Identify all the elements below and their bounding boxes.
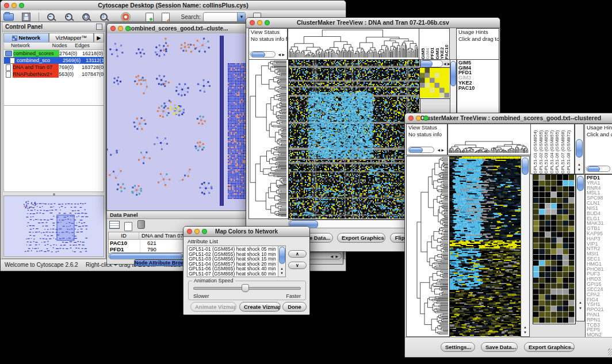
- search-input[interactable]: [203, 12, 246, 22]
- gene-label: PUF3: [587, 271, 612, 277]
- resize-grip[interactable]: [608, 348, 612, 356]
- attribute-list-item[interactable]: GPL51-06 (GSM865) heat shock 40 min: [189, 266, 284, 271]
- attribute-list-vscrollbar[interactable]: ▲▼: [278, 246, 285, 277]
- zoom-button[interactable]: [423, 116, 429, 121]
- tv1-status-hscrollbar[interactable]: [250, 51, 276, 58]
- create-attribute-icon[interactable]: [124, 222, 132, 231]
- control-panel-tabs: Network VizMapper™ ▶: [2, 32, 105, 43]
- network-table-row[interactable]: DNA and Tran 07 769(0) 183728(0): [4, 64, 104, 71]
- tv2-save-data-button[interactable]: Save Data...: [481, 342, 518, 352]
- network-table-row[interactable]: combined_sco 2569(6) 13112(15): [4, 57, 104, 64]
- attribute-list-item[interactable]: GPL51-07 (GSM868) heat shock 60 min: [189, 271, 284, 277]
- zoom-in-icon[interactable]: +: [64, 13, 74, 22]
- move-attribute-down-button[interactable]: ∨: [288, 262, 307, 269]
- tv2-row-dendrogram[interactable]: [406, 156, 450, 337]
- minimize-button[interactable]: [416, 116, 421, 121]
- done-button[interactable]: Done: [282, 302, 307, 312]
- network-graph-canvas[interactable]: [107, 33, 248, 209]
- treeview1-title-bar[interactable]: ClusterMaker TreeView : DNA and Tran 07-…: [246, 18, 500, 28]
- tab-vizmapper[interactable]: VizMapper™: [49, 33, 94, 43]
- tab-network[interactable]: Network: [3, 33, 49, 43]
- minimize-button[interactable]: [257, 20, 262, 25]
- gene-label: SPC98: [587, 196, 612, 201]
- move-attribute-up-button[interactable]: ∧: [288, 250, 307, 258]
- network-edges-count: 13112(15): [86, 58, 104, 63]
- tv2-zoom-heatmap[interactable]: [533, 174, 576, 324]
- network-name: RNAPuberNov2+: [13, 71, 59, 78]
- main-title-bar[interactable]: Cytoscape Desktop (Session Name: collins…: [1, 1, 346, 11]
- attribute-list-label: Attribute List: [188, 238, 218, 244]
- attribute-list-item[interactable]: GPL51-01 (GSM854) heat shock 05 min: [189, 247, 284, 252]
- network-view-icon[interactable]: [146, 13, 154, 22]
- speed-slider-thumb[interactable]: [242, 284, 249, 292]
- gene-label: SEC24: [587, 287, 612, 292]
- network-table-row[interactable]: RNAPuberNov2+ 563(0) 107847(0): [4, 71, 104, 78]
- tv2-main-vscrollbar[interactable]: ▲▼: [521, 156, 530, 337]
- zoom-fit-icon[interactable]: ▢: [82, 13, 91, 22]
- open-session-icon[interactable]: [3, 13, 14, 21]
- tv2-column-dendrogram[interactable]: [447, 124, 531, 155]
- zoom-button[interactable]: [125, 26, 131, 31]
- id-column-header[interactable]: ID: [109, 232, 139, 239]
- animate-vizmap-button[interactable]: Animate Vizmap: [190, 302, 236, 312]
- annotation-icon[interactable]: [162, 13, 170, 22]
- zoom-button[interactable]: [19, 3, 24, 8]
- tv1-row-dendrogram[interactable]: [248, 59, 289, 219]
- zoom-column-label: PAC10: [444, 29, 449, 59]
- birdseye-overview[interactable]: [3, 196, 104, 257]
- tv1-column-dendrogram[interactable]: [288, 28, 420, 60]
- zoom-column-label: GIM3: [435, 29, 439, 59]
- zoom-button[interactable]: [202, 229, 207, 234]
- tv2-view-status-panel: View Status No status info ◀▶: [406, 124, 447, 155]
- tv1-export-graphics-button[interactable]: Export Graphics...: [337, 233, 385, 243]
- gene-label: HRD3: [587, 277, 612, 282]
- minimize-button[interactable]: [194, 229, 200, 234]
- save-session-icon[interactable]: [22, 13, 30, 21]
- float-panel-icon[interactable]: [96, 24, 102, 30]
- create-vizmap-button[interactable]: Create Vizmap: [239, 302, 281, 312]
- tv2-settings-button[interactable]: Settings...: [441, 342, 475, 352]
- network-file-icon: [6, 71, 11, 78]
- close-button[interactable]: [187, 229, 192, 234]
- zoom-out-icon[interactable]: −: [47, 13, 56, 22]
- gene-label: PHO81: [587, 267, 612, 272]
- attribute-list[interactable]: GPL51-01 (GSM854) heat shock 05 minGPL51…: [187, 246, 286, 277]
- tv2-usage-hscrollbar[interactable]: [586, 166, 610, 172]
- close-button[interactable]: [250, 20, 255, 25]
- dialog-title-bar[interactable]: Map Colors to Network: [183, 227, 309, 237]
- tv1-heatmap[interactable]: [288, 59, 420, 220]
- tv2-button-bar: Settings... Save Data... Export Graphics…: [405, 337, 612, 357]
- attribute-list-item[interactable]: GPL51-04 (GSM857) heat shock 20 min: [189, 262, 284, 267]
- zoom-column-label: GPL51-03 (GSM856): [544, 124, 549, 174]
- tv2-zoom-vscrollbar[interactable]: ▲▼: [576, 174, 585, 321]
- zoom-button[interactable]: [265, 20, 270, 25]
- network-file-icon: [6, 64, 11, 71]
- zoom-column-label: GPL51-08 (GSM872): [566, 124, 572, 174]
- tv1-zoom-hscrollbar[interactable]: [419, 60, 443, 67]
- birdseye-canvas[interactable]: [4, 196, 104, 255]
- attribute-list-item[interactable]: GPL51-03 (GSM856) heat shock 15 min: [189, 256, 284, 262]
- network-table-row[interactable]: combined_scores 2764(0) 16218(0): [4, 50, 104, 57]
- network-view-title-bar[interactable]: combined_scores_good.txt--cluste...: [107, 24, 249, 34]
- close-button[interactable]: [4, 3, 9, 8]
- close-button[interactable]: [408, 116, 414, 121]
- tv2-gene-labels: PFD1YRA1RNR4MSL1SPC98CLN1NIS1BUD4ELG1MAK…: [585, 174, 612, 338]
- treeview2-title-bar[interactable]: ClusterMaker TreeView : combined_scores_…: [405, 113, 612, 124]
- tv2-export-graphics-button[interactable]: Export Graphics...: [524, 342, 575, 352]
- gene-label: RPO21: [587, 307, 612, 312]
- minimize-button[interactable]: [12, 3, 17, 8]
- attribute-list-item[interactable]: GPL51-02 (GSM855) heat shock 10 min: [189, 252, 284, 257]
- network-edges-count: 183728(0): [82, 64, 104, 70]
- tv2-status-hscrollbar[interactable]: [408, 147, 434, 153]
- zoom-selected-icon[interactable]: ∷: [100, 13, 109, 22]
- tv2-heatmap[interactable]: [449, 156, 522, 338]
- tv1-zoom-heatmap[interactable]: [419, 67, 450, 99]
- select-attributes-icon[interactable]: [109, 221, 120, 229]
- tab-overflow-arrow[interactable]: ▶: [94, 33, 104, 43]
- help-icon[interactable]: [121, 12, 131, 22]
- delete-attribute-icon[interactable]: [137, 220, 145, 229]
- minimize-button[interactable]: [118, 26, 123, 31]
- close-button[interactable]: [110, 26, 116, 31]
- tv2-labels-vscrollbar[interactable]: ▲▼: [575, 124, 584, 174]
- status-message: Welcome to Cytoscape 2.6.2: [5, 259, 78, 270]
